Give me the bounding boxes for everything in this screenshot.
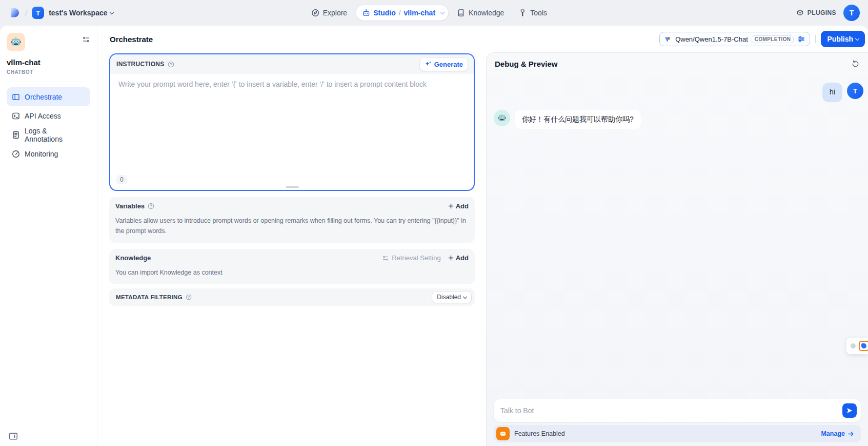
workspace-selector[interactable]: test's Workspace: [49, 9, 113, 17]
debug-preview-panel: Debug & Preview hi T: [486, 52, 868, 446]
collapse-sidebar-icon[interactable]: [9, 432, 18, 440]
knowledge-section: Knowledge Retrieval Setting: [109, 249, 475, 284]
features-enabled-label: Features Enabled: [514, 430, 565, 437]
char-count-badge: 0: [116, 175, 127, 184]
retrieval-setting-button[interactable]: Retrieval Setting: [382, 254, 440, 262]
metadata-filtering-title: METADATA FILTERING: [116, 294, 183, 300]
add-knowledge-button[interactable]: Add: [448, 254, 469, 262]
restart-conversation-icon[interactable]: [851, 60, 860, 68]
chat-log: hi T 你好！有什么问题我可以帮助你吗?: [487, 77, 868, 384]
app-sidebar: vllm-chat CHATBOT Orchestrate API Access: [0, 26, 97, 446]
instructions-editor[interactable]: Write your prompt word here, enter '{' t…: [110, 74, 474, 190]
app-settings-icon[interactable]: [82, 35, 90, 44]
chat-input-bar: [494, 399, 861, 422]
top-nav: / T test's Workspace Explore Studio / vl…: [0, 0, 868, 26]
instructions-placeholder: Write your prompt word here, enter '{' t…: [118, 80, 427, 88]
nav-tools[interactable]: Tools: [513, 5, 553, 21]
nav-separator: /: [25, 9, 27, 17]
explore-icon: [311, 9, 319, 17]
chat-message-user: hi T: [494, 83, 863, 102]
book-icon: [457, 9, 465, 17]
help-icon[interactable]: [148, 203, 154, 209]
help-icon[interactable]: [186, 294, 192, 300]
nav-studio[interactable]: Studio / vllm-chat: [356, 5, 448, 21]
user-avatar[interactable]: T: [843, 5, 860, 21]
plus-icon: [448, 255, 454, 261]
edge-helper-widget[interactable]: [846, 338, 868, 354]
chevron-down-icon: [855, 36, 859, 40]
robot-icon: [362, 9, 370, 17]
talk-to-bot-input[interactable]: [500, 406, 842, 415]
app-type-badge: CHATBOT: [7, 69, 90, 75]
features-bar: Features Enabled Manage: [494, 425, 861, 442]
model-tune-icon[interactable]: [797, 35, 805, 43]
nav-separator: /: [399, 9, 401, 17]
variables-section: Variables Add Variable: [109, 197, 475, 243]
knowledge-title: Knowledge: [115, 254, 151, 262]
nav-explore[interactable]: Explore: [306, 5, 353, 21]
page-title: Orchestrate: [110, 35, 153, 44]
instructions-title: INSTRUCTIONS: [116, 61, 165, 68]
document-icon: [12, 131, 20, 139]
arrow-right-icon: [847, 431, 854, 437]
model-name: Qwen/Qwen1.5-7B-Chat: [675, 35, 748, 43]
user-message-avatar: T: [847, 83, 863, 99]
sidebar-item-orchestrate[interactable]: Orchestrate: [7, 87, 90, 106]
content-area: vllm-chat CHATBOT Orchestrate API Access: [0, 26, 868, 446]
user-message-bubble: hi: [822, 83, 842, 102]
send-icon: [846, 407, 853, 414]
debug-preview-title: Debug & Preview: [495, 60, 558, 68]
plugins-box-icon: [796, 9, 804, 17]
divider: [815, 35, 816, 43]
robot-emoji-icon: [10, 36, 22, 48]
retrieval-setting-icon: [382, 255, 389, 262]
chat-message-assistant: 你好！有什么问题我可以帮助你吗?: [494, 110, 863, 129]
dify-mini-logo-icon: [859, 341, 868, 351]
manage-features-link[interactable]: Manage: [821, 430, 854, 437]
metadata-filtering-section: METADATA FILTERING Disabled: [109, 288, 475, 306]
window-icon: [12, 93, 20, 101]
nav-current-app: vllm-chat: [404, 9, 435, 17]
model-mode-badge: COMPLETION: [752, 35, 794, 43]
terminal-icon: [12, 112, 20, 120]
bot-message-bubble: 你好！有什么问题我可以帮助你吗?: [515, 110, 641, 129]
knowledge-description: You can import Knowledge as context: [115, 267, 469, 278]
plugins-button[interactable]: PLUGINS: [796, 9, 836, 17]
model-selector[interactable]: Qwen/Qwen1.5-7B-Chat COMPLETION: [659, 32, 810, 46]
plus-icon: [448, 203, 454, 209]
features-icon: [496, 427, 510, 440]
chevron-down-icon: [440, 10, 445, 14]
hammer-icon: [518, 9, 527, 17]
nav-knowledge[interactable]: Knowledge: [451, 5, 510, 21]
chevron-down-icon: [109, 10, 113, 14]
variables-title: Variables: [115, 202, 145, 210]
workspace-avatar[interactable]: T: [32, 7, 44, 19]
sidebar-item-api-access[interactable]: API Access: [7, 106, 90, 125]
drag-dot-icon: [851, 343, 856, 348]
robot-emoji-icon: [497, 113, 507, 123]
metadata-filtering-toggle[interactable]: Disabled: [432, 292, 471, 303]
vllm-logo-icon: [664, 35, 672, 43]
bot-avatar: [494, 110, 510, 126]
app-icon[interactable]: [7, 33, 25, 51]
resize-handle[interactable]: [286, 186, 299, 188]
orchestrate-panel: INSTRUCTIONS Generate Write yo: [97, 52, 486, 446]
instructions-card: INSTRUCTIONS Generate Write yo: [109, 53, 475, 191]
chevron-down-icon: [463, 294, 467, 298]
help-icon[interactable]: [168, 61, 174, 68]
sidebar-item-logs-annotations[interactable]: Logs & Annotations: [7, 125, 90, 144]
sparkle-icon: [425, 61, 432, 68]
sidebar-item-monitoring[interactable]: Monitoring: [7, 144, 90, 163]
publish-button[interactable]: Publish: [821, 31, 865, 47]
orchestrate-header: Orchestrate Qwen/Qwen1.5-7B-Chat COMPLET…: [97, 26, 868, 52]
app-name: vllm-chat: [7, 58, 90, 67]
send-button[interactable]: [842, 403, 857, 418]
dify-logo[interactable]: [8, 7, 21, 19]
add-variable-button[interactable]: Add: [448, 202, 469, 210]
divider: [7, 82, 90, 82]
variables-description: Variables allow users to introduce promp…: [115, 216, 469, 236]
gauge-icon: [12, 150, 20, 158]
generate-button[interactable]: Generate: [420, 58, 468, 71]
